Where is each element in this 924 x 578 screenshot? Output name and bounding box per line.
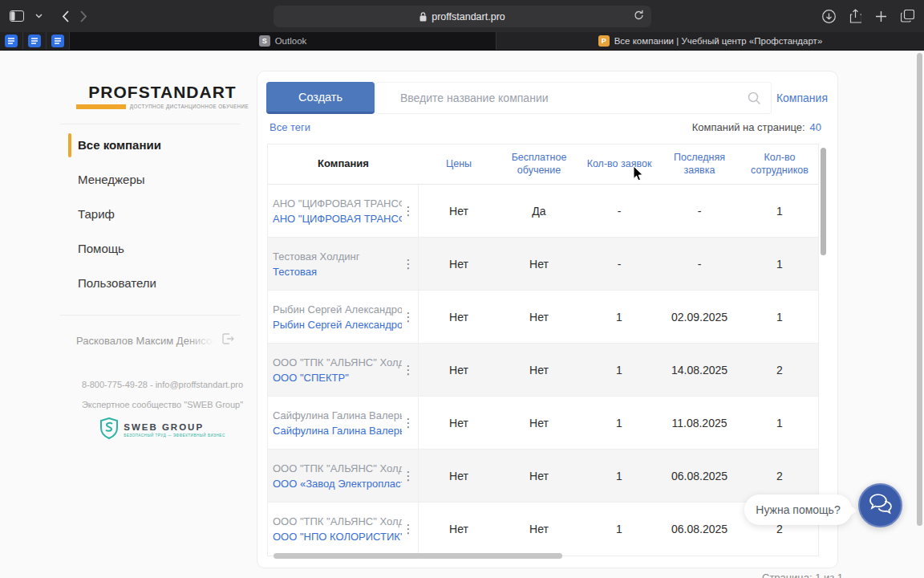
tab-outlook[interactable]: S Outlook	[70, 32, 496, 50]
last-request-cell: -	[659, 258, 740, 271]
company-link[interactable]: ООО "СПЕКТР"	[273, 372, 402, 384]
company-link[interactable]: ООО "НПО КОЛОРИСТИК"	[273, 531, 402, 543]
user-row: Расковалов Максим Денисович	[76, 333, 257, 348]
browser-window: proffstandart.pro	[0, 0, 924, 578]
create-button[interactable]: Создать	[266, 82, 375, 114]
company-link[interactable]: АНО "ЦИФРОВАЯ ТРАНСФ...	[273, 213, 402, 225]
downloads-icon[interactable]	[822, 10, 836, 23]
divider	[60, 124, 241, 124]
table-horizontal-scrollbar[interactable]	[274, 553, 562, 559]
prices-cell: Нет	[419, 417, 499, 429]
tab-overview-icon[interactable]	[901, 10, 914, 22]
col-prices[interactable]: Цены	[419, 158, 499, 171]
sweb-name: SWEB GROUP	[124, 422, 204, 432]
divider	[60, 315, 241, 315]
reload-icon[interactable]	[634, 10, 644, 21]
last-request-cell: -	[659, 205, 740, 218]
pagination[interactable]: Страница: 1 из 1	[762, 572, 843, 578]
sweb-tagline: БЕЗОПАСНЫЙ ТРУД — ЭФФЕКТИВНЫЙ БИЗНЕС	[124, 434, 225, 438]
pinned-tab[interactable]	[23, 32, 47, 50]
all-tags-link[interactable]: Все теги	[270, 121, 310, 133]
table-row[interactable]: АНО "ЦИФРОВАЯ ТРАНСФ...АНО "ЦИФРОВАЯ ТРА…	[268, 185, 818, 238]
sweb-shield-icon	[99, 417, 119, 442]
company-link[interactable]: Тестовая	[273, 266, 402, 278]
entity-filter-link[interactable]: Компания	[776, 92, 828, 104]
user-name: Расковалов Максим Денисович	[76, 335, 214, 347]
company-search	[375, 82, 772, 114]
per-page-value[interactable]: 40	[810, 121, 821, 133]
help-tooltip: Нужна помощь?	[744, 495, 852, 525]
pinned-tab[interactable]	[0, 32, 23, 50]
row-menu-icon[interactable]: ⋮	[402, 310, 415, 324]
forward-button[interactable]	[80, 10, 87, 22]
row-menu-icon[interactable]: ⋮	[402, 416, 415, 430]
sidebar-item-managers[interactable]: Менеджеры	[68, 162, 257, 197]
holding-name: ООО "ТПК "АЛЬЯНС" Холди...	[273, 356, 402, 368]
chat-widget-button[interactable]	[858, 483, 902, 527]
prices-cell: Нет	[419, 523, 499, 535]
logout-icon[interactable]	[222, 333, 234, 348]
table-row[interactable]: ООО "ТПК "АЛЬЯНС" Холди...ООО "НПО КОЛОР…	[268, 503, 818, 556]
employees-cell: 2	[740, 470, 820, 482]
company-link[interactable]: Рыбин Сергей Александро...	[273, 319, 402, 331]
table-row[interactable]: Тестовая ХолдингТестовая⋮ Нет Нет - - 1	[268, 238, 818, 291]
company-link[interactable]: Сайфулина Галина Валерье...	[273, 425, 402, 437]
holding-name: Тестовая Холдинг	[273, 250, 402, 263]
pinned-tab[interactable]	[47, 32, 70, 50]
row-menu-icon[interactable]: ⋮	[402, 363, 415, 377]
col-company[interactable]: Компания	[268, 157, 419, 170]
employees-cell: 2	[740, 364, 820, 377]
free-cell: Нет	[499, 258, 579, 271]
contact-info: 8-800-775-49-28 - info@proffstandart.pro	[68, 380, 257, 389]
sidebar-item-label: Все компании	[78, 138, 161, 152]
sidebar-item-tariff[interactable]: Тариф	[68, 197, 257, 231]
row-menu-icon[interactable]: ⋮	[402, 257, 415, 271]
logo-orange-bar	[76, 104, 126, 109]
col-employees[interactable]: Кол-во сотрудников	[740, 152, 820, 177]
table-row[interactable]: Сайфулина Галина Валерье...Сайфулина Гал…	[268, 397, 818, 450]
row-menu-icon[interactable]: ⋮	[402, 469, 415, 483]
row-menu-icon[interactable]: ⋮	[402, 204, 415, 218]
chat-bubbles-icon	[868, 493, 894, 519]
share-icon[interactable]	[849, 9, 861, 23]
sidebar-item-label: Помощь	[78, 242, 124, 255]
back-button[interactable]	[62, 10, 69, 22]
search-icon[interactable]	[748, 92, 761, 108]
sidebar: PROFSTANDART ДОСТУПНОЕ ДИСТАНЦИОННОЕ ОБУ…	[68, 51, 257, 442]
prices-cell: Нет	[419, 205, 499, 218]
prices-cell: Нет	[419, 258, 499, 271]
table-row[interactable]: Рыбин Сергей Александро...Рыбин Сергей А…	[268, 291, 818, 344]
community-text: Экспертное сообщество "SWEB Group"	[68, 400, 257, 409]
search-input[interactable]	[376, 83, 771, 113]
companies-panel: Создать Компания Все теги Компаний на ст…	[257, 71, 838, 568]
table-row[interactable]: ООО "ТПК "АЛЬЯНС" Холди...ООО «Завод Эле…	[268, 450, 818, 503]
address-bar[interactable]: proffstandart.pro	[274, 6, 651, 27]
free-cell: Нет	[499, 417, 579, 429]
col-free-training[interactable]: Бесплатное обучение	[499, 152, 579, 177]
requests-cell: 1	[579, 364, 659, 377]
employees-cell: 1	[740, 311, 820, 324]
sidebar-item-label: Менеджеры	[78, 173, 145, 186]
sidebar-menu: Все компании Менеджеры Тариф Помощь Поль…	[68, 128, 257, 300]
tab-profstandart[interactable]: P Все компании | Учебный центр «Профстан…	[496, 32, 924, 50]
requests-cell: 1	[579, 311, 659, 324]
employees-cell: 1	[740, 417, 820, 429]
new-tab-icon[interactable]	[875, 10, 887, 22]
lock-icon	[419, 12, 427, 22]
table-vertical-scrollbar[interactable]	[821, 148, 826, 255]
chevron-down-icon[interactable]	[35, 14, 43, 18]
sidebar-toggle-icon[interactable]	[10, 10, 24, 22]
col-last-request[interactable]: Последняя заявка	[659, 152, 740, 177]
row-menu-icon[interactable]: ⋮	[402, 522, 415, 536]
sidebar-item-help[interactable]: Помощь	[68, 231, 257, 266]
free-cell: Да	[499, 205, 579, 218]
window-scrollbar[interactable]	[917, 53, 922, 526]
sidebar-item-all-companies[interactable]: Все компании	[68, 128, 257, 162]
col-requests[interactable]: Кол-во заявок	[579, 158, 659, 171]
company-link[interactable]: ООО «Завод Электропласт»	[273, 478, 402, 490]
sidebar-item-users[interactable]: Пользователи	[68, 266, 257, 300]
profstandart-favicon: P	[598, 35, 610, 47]
table-row[interactable]: ООО "ТПК "АЛЬЯНС" Холди...ООО "СПЕКТР"⋮ …	[268, 344, 818, 397]
free-cell: Нет	[499, 311, 579, 324]
tab-label: Все компании | Учебный центр «Профстанда…	[614, 36, 823, 46]
